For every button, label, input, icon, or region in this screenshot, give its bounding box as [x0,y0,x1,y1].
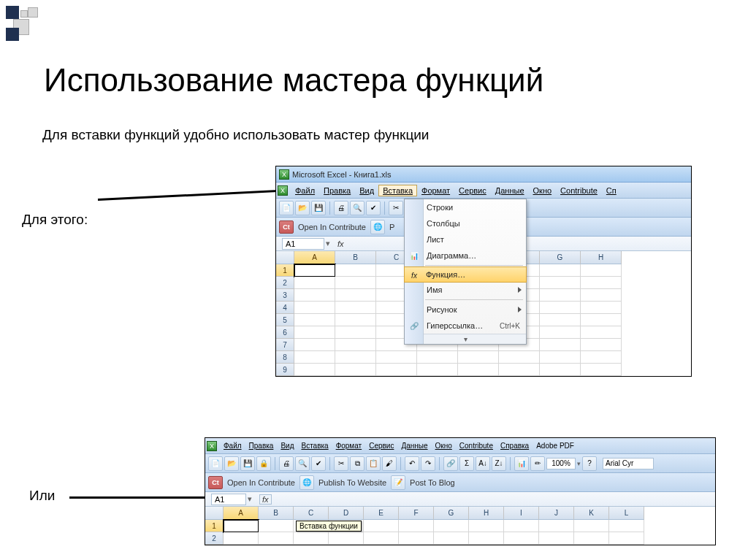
open-button[interactable]: 📂 [224,456,239,471]
row-header[interactable]: 8 [276,351,294,364]
contribute-icon[interactable]: Ct [279,220,294,234]
publish-button[interactable]: 🌐 [370,220,385,234]
spell-button[interactable]: ✔ [366,201,381,215]
cell-a1[interactable] [224,520,259,532]
permission-button[interactable]: 🔒 [256,456,271,471]
row-header[interactable]: 5 [276,314,294,326]
col-header[interactable]: H [469,507,504,520]
row-header[interactable]: 2 [276,277,294,289]
col-header[interactable]: G [540,251,581,264]
menu-tools[interactable]: Сервис [454,185,491,196]
col-header[interactable]: B [259,507,294,520]
select-all-corner[interactable] [276,251,294,264]
blog-icon[interactable]: 📝 [391,475,405,490]
col-header[interactable]: K [574,507,609,520]
print-button[interactable]: 🖨 [334,201,348,215]
fx-button[interactable]: fx [337,239,344,248]
open-in-contribute-button[interactable]: Open In Contribute [224,478,298,487]
save-button[interactable]: 💾 [311,201,326,215]
menu-contribute[interactable]: Contribute [456,440,497,451]
col-header[interactable]: G [434,507,469,520]
menu-item-rows[interactable]: Строки [405,199,526,215]
name-box[interactable]: A1 [211,494,246,505]
worksheet[interactable]: 1 2 A B C D E F G H I J K L Вставка функ… [205,507,715,545]
menu-item-name[interactable]: Имя [405,282,526,298]
open-in-contribute-button[interactable]: Open In Contribute [295,223,369,231]
col-header[interactable]: J [539,507,574,520]
sort-asc-button[interactable]: A↓ [476,456,490,471]
menu-data[interactable]: Данные [491,185,529,196]
copy-button[interactable]: ⧉ [350,456,365,471]
menu-item-function[interactable]: fx Функция… [404,266,527,283]
menu-insert[interactable]: Вставка [297,440,332,451]
col-header[interactable]: A [224,507,259,520]
open-button[interactable]: 📂 [295,201,310,215]
col-header[interactable]: D [329,507,364,520]
hyperlink-button[interactable]: 🔗 [443,456,458,471]
row-header[interactable]: 4 [276,302,294,314]
spell-button[interactable]: ✔ [311,456,326,471]
menu-item-sheet[interactable]: Лист [405,231,526,248]
row-header[interactable]: 9 [276,364,294,376]
undo-button[interactable]: ↶ [405,456,419,471]
row-header[interactable]: 6 [276,326,294,339]
publish-to-website-button[interactable]: Publish To Website [316,478,389,487]
cut-button[interactable]: ✂ [389,201,403,215]
menu-insert[interactable]: Вставка [378,185,417,196]
new-button[interactable]: 📄 [208,456,223,471]
fx-button[interactable]: fx [259,494,272,505]
new-button[interactable]: 📄 [279,201,294,215]
menu-item-hyperlink[interactable]: 🔗 Гиперссылка… Ctrl+K [405,318,526,334]
col-header[interactable]: B [335,251,376,264]
row-header[interactable]: 7 [276,339,294,351]
menu-help[interactable]: Сп [602,185,621,196]
select-all-corner[interactable] [205,507,223,520]
help-button[interactable]: ? [582,456,597,471]
print-button[interactable]: 🖨 [279,456,294,471]
cut-button[interactable]: ✂ [334,456,348,471]
col-header[interactable]: E [364,507,399,520]
menu-item-picture[interactable]: Рисунок [405,302,526,318]
row-header[interactable]: 2 [205,532,223,545]
menu-view[interactable]: Вид [277,440,297,451]
menu-tools[interactable]: Сервис [365,440,397,451]
col-header[interactable]: L [609,507,644,520]
menu-format[interactable]: Формат [417,185,454,196]
publish-icon[interactable]: 🌐 [299,475,314,490]
menu-format[interactable]: Формат [332,440,366,451]
row-header[interactable]: 1 [276,264,294,277]
row-header[interactable]: 1 [205,520,223,532]
format-painter-button[interactable]: 🖌 [382,456,397,471]
name-box[interactable]: A1 [282,238,324,250]
col-header[interactable]: H [581,251,622,264]
col-header[interactable]: A [294,251,335,264]
menu-item-columns[interactable]: Столбцы [405,215,526,231]
menu-contribute[interactable]: Contribute [556,185,602,196]
col-header[interactable]: I [504,507,539,520]
drawing-button[interactable]: ✏ [530,456,545,471]
menu-help[interactable]: Справка [497,440,533,451]
menu-adobe-pdf[interactable]: Adobe PDF [533,440,578,451]
chart-button[interactable]: 📊 [514,456,529,471]
menu-file[interactable]: Файл [291,185,319,196]
paste-button[interactable]: 📋 [366,456,381,471]
menu-item-chart[interactable]: 📊 Диаграмма… [405,248,526,264]
col-header[interactable]: C [294,507,329,520]
menu-data[interactable]: Данные [397,440,431,451]
font-selector[interactable]: Arial Cyr [603,458,654,469]
autosum-button[interactable]: Σ [459,456,474,471]
row-header[interactable]: 3 [276,289,294,302]
menu-file[interactable]: Файл [220,440,245,451]
zoom-box[interactable]: 100% [546,458,576,469]
post-to-blog-button[interactable]: Post To Blog [407,478,458,487]
menu-window[interactable]: Окно [529,185,557,196]
publish-label-short[interactable]: P [386,223,397,231]
col-header[interactable]: F [399,507,434,520]
save-button[interactable]: 💾 [240,456,255,471]
redo-button[interactable]: ↷ [421,456,435,471]
menu-window[interactable]: Окно [432,440,456,451]
preview-button[interactable]: 🔍 [350,201,365,215]
cell-a1[interactable] [294,264,335,277]
sort-desc-button[interactable]: Z↓ [492,456,506,471]
menu-edit[interactable]: Правка [319,185,355,196]
